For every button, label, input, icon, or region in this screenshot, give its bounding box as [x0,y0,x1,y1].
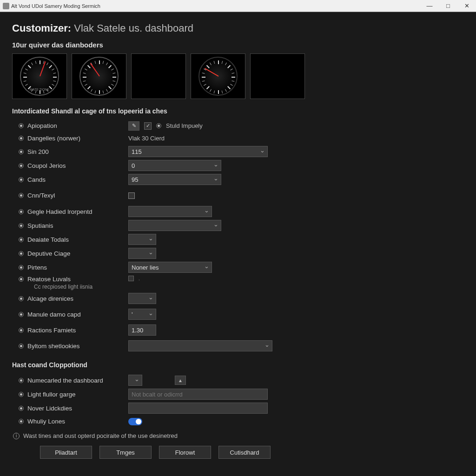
label-byltom: Byltom shetlookies [27,343,80,350]
label-cnntexyl: Cnn/Texyl [27,192,55,199]
gauge-thumb-4[interactable] [191,53,245,99]
hast-section-title: Hast coand Cloppotiond [12,361,464,369]
input-light-fullor[interactable] [128,389,268,400]
label-deputive: Deputive Ciage [27,250,70,257]
radio-deputive[interactable] [19,251,24,256]
page-title-prefix: Customizer: [12,22,71,34]
cutisdhard-button[interactable]: Cutisdhard [218,446,271,459]
sublabel-reatose: Cc recpiosed light iisnia [19,284,93,290]
label-alcage: Alcage direnices [27,295,73,302]
radio-gegle[interactable] [19,209,24,214]
radio-numecarled[interactable] [19,378,24,383]
radio-manule[interactable] [19,312,24,317]
chk-reatose[interactable] [128,276,134,281]
florowt-button[interactable]: Florowt [159,446,211,459]
page-title-value: Vlak Satele us. dashboard [74,22,193,34]
chk-apiopation-a[interactable] [144,122,152,130]
info-icon: i [13,433,20,439]
gauge-thumb-3[interactable] [131,53,186,99]
label-whuliy: Whuliy Lones [27,418,65,425]
radio-sin[interactable] [19,149,24,154]
window-title: Alt Vond UDol Samery Moding Sermich [11,3,100,9]
info-text: Wast tines and oust opterd pociraite of … [23,432,178,439]
gauge-thumb-2[interactable] [72,53,126,99]
select-pirtens[interactable]: Noner lies [128,262,212,273]
chk-cnntexyl[interactable] [128,192,135,199]
config-section-title: Intordicated Shandl al cage of tns lopee… [12,107,464,115]
radio-coupol[interactable] [19,163,24,168]
gauge-thumb-1[interactable]: MATE TIONE [12,53,67,99]
label-sputianis: Sputianis [27,222,53,229]
radio-ractions[interactable] [19,328,24,333]
label-reatose: Reatose Luvals [27,276,71,283]
select-manule[interactable]: ' [128,309,156,320]
close-button[interactable]: ✕ [457,0,476,12]
radio-pirtens[interactable] [19,265,24,270]
radio-nover[interactable] [19,406,24,411]
radio-light-fullor[interactable] [19,392,24,397]
label-coupol: Coupol Jerios [27,162,66,169]
pliadtart-button[interactable]: Pliadtart [40,446,92,459]
select-sputianis[interactable] [128,220,221,231]
gauges-section-title: 10ur quiver das dianboders [12,41,464,49]
gauges-row: MATE TIONE [12,53,464,99]
radio-dangelles[interactable] [19,136,24,141]
content-area: Customizer: Vlak Satele us. dashboard 10… [0,12,476,476]
radio-whuliy[interactable] [19,419,24,424]
label-light-fullor: Light flullor garge [27,391,76,398]
edit-icon[interactable]: ✎ [128,121,139,131]
label-dangelles: Dangelles (norwer) [27,135,80,142]
radio-cnntexyl[interactable] [19,193,24,198]
radio-sputianis[interactable] [19,223,24,228]
select-gegle[interactable] [128,206,212,217]
page-title: Customizer: Vlak Satele us. dashboard [12,22,464,34]
label-ractions: Ractions Famiets [27,327,76,334]
tmges-button[interactable]: Tmges [99,446,152,459]
select-coupol[interactable]: 0 [128,160,221,171]
input-nover[interactable] [128,403,268,414]
image-icon[interactable]: ▲ [175,376,186,385]
toggle-whuliy[interactable] [128,418,142,425]
label-sin: Sin 200 [27,148,49,155]
radio-alcage[interactable] [19,296,24,301]
radio-cands[interactable] [19,177,24,182]
label-manule: Manule damo capd [27,311,81,318]
select-numecarled[interactable] [128,375,142,386]
radio-reatose[interactable] [19,277,24,282]
select-byltom[interactable] [128,340,272,351]
window-controls: — □ ✕ [420,0,476,12]
gauge-thumb-5[interactable] [250,53,305,99]
radio-byltom[interactable] [19,344,24,349]
label-stuld-impuely: Stuld Impuely [166,122,203,129]
select-alcage[interactable] [128,293,156,304]
app-icon [3,3,9,9]
select-cands[interactable]: 95 [128,174,221,185]
radio-deaiate[interactable] [19,237,24,242]
label-pirtens: Pirtens [27,264,47,271]
select-deputive[interactable] [128,248,156,259]
maximize-button[interactable]: □ [439,0,457,12]
minimize-button[interactable]: — [420,0,439,12]
label-numecarled: Numecarled the dashboard [27,377,103,384]
label-apiopation: Apiopation [27,122,57,129]
label-gegle: Gegle Hadied lrorpentd [27,208,93,215]
value-dangelles: Vlak 30 Cierd [128,135,165,142]
label-deaiate: Deaiate Todals [27,236,69,243]
input-ractions[interactable] [128,324,156,336]
select-sin[interactable]: 115 [128,146,268,157]
select-deaiate[interactable] [128,234,156,245]
radio-apiopation[interactable] [19,123,24,128]
info-line: i Wast tines and oust opterd pociraite o… [12,428,464,446]
button-row: Pliadtart Tmges Florowt Cutisdhard [12,446,464,459]
titlebar: Alt Vond UDol Samery Moding Sermich — □ … [0,0,476,12]
label-cands: Cands [27,176,46,183]
label-nover: Nover Lidckdies [27,405,72,412]
radio-stuld[interactable] [156,123,161,128]
